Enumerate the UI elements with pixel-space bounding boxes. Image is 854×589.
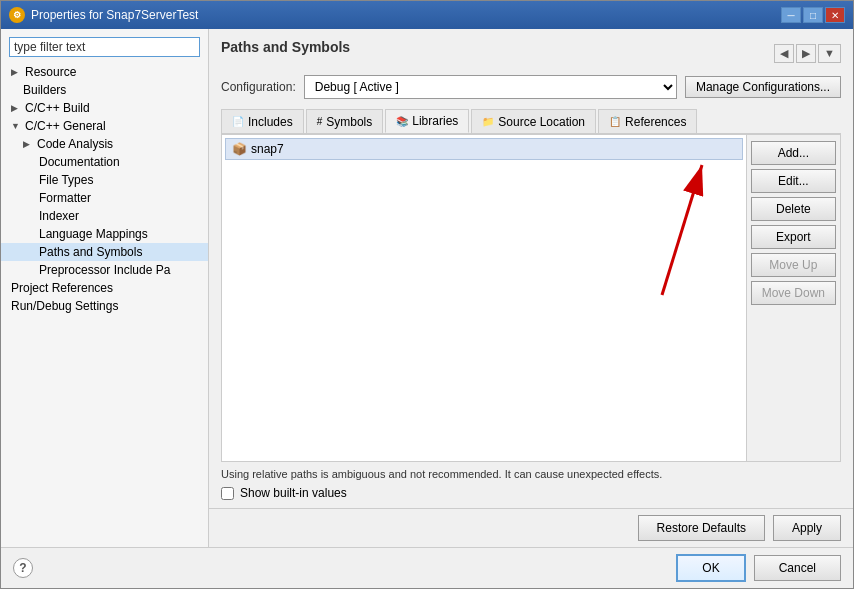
sidebar-item-preprocessor[interactable]: Preprocessor Include Pa (1, 261, 208, 279)
sidebar-item-label: File Types (39, 173, 93, 187)
tab-source-location-label: Source Location (498, 115, 585, 129)
nav-dropdown-button[interactable]: ▼ (818, 44, 841, 63)
sidebar-item-label: C/C++ General (25, 119, 106, 133)
source-location-tab-icon: 📁 (482, 116, 494, 127)
arrow-icon: ▶ (11, 103, 23, 113)
panel-title: Paths and Symbols (221, 39, 350, 59)
includes-tab-icon: 📄 (232, 116, 244, 127)
config-row: Configuration: Debug [ Active ] Release … (221, 75, 841, 99)
list-item[interactable]: 📦 snap7 (225, 138, 743, 160)
sidebar-item-resource[interactable]: ▶ Resource (1, 63, 208, 81)
sidebar-item-builders[interactable]: Builders (1, 81, 208, 99)
library-item-label: snap7 (251, 142, 284, 156)
bottom-bar: Restore Defaults Apply (209, 508, 853, 547)
delete-button[interactable]: Delete (751, 197, 836, 221)
show-builtin-checkbox[interactable] (221, 487, 234, 500)
sidebar-item-file-types[interactable]: File Types (1, 171, 208, 189)
content-area: 📦 snap7 Add... (221, 134, 841, 462)
main-content: ▶ Resource Builders ▶ C/C++ Build ▼ C/C+… (1, 29, 853, 547)
side-buttons-panel: Add... Edit... Delete Export Move Up Mov… (746, 135, 840, 461)
tab-symbols-label: Symbols (326, 115, 372, 129)
sidebar-item-language-mappings[interactable]: Language Mappings (1, 225, 208, 243)
maximize-button[interactable]: □ (803, 7, 823, 23)
edit-button[interactable]: Edit... (751, 169, 836, 193)
panel-content: Paths and Symbols ◀ ▶ ▼ Configuration: D… (209, 29, 853, 508)
title-bar-left: ⚙ Properties for Snap7ServerTest (9, 7, 198, 23)
tab-source-location[interactable]: 📁 Source Location (471, 109, 596, 133)
sidebar-item-indexer[interactable]: Indexer (1, 207, 208, 225)
libraries-list: 📦 snap7 (222, 135, 746, 461)
sidebar-item-run-debug[interactable]: Run/Debug Settings (1, 297, 208, 315)
arrow-icon: ▶ (23, 139, 35, 149)
sidebar-item-label: Formatter (39, 191, 91, 205)
sidebar-item-code-analysis[interactable]: ▶ Code Analysis (1, 135, 208, 153)
library-item-icon: 📦 (232, 142, 247, 156)
arrow-icon: ▼ (11, 121, 23, 131)
nav-back-button[interactable]: ◀ (774, 44, 794, 63)
sidebar-item-label: Paths and Symbols (39, 245, 142, 259)
properties-dialog: ⚙ Properties for Snap7ServerTest ─ □ ✕ ▶… (0, 0, 854, 589)
right-panel: Paths and Symbols ◀ ▶ ▼ Configuration: D… (209, 29, 853, 547)
manage-configurations-button[interactable]: Manage Configurations... (685, 76, 841, 98)
close-button[interactable]: ✕ (825, 7, 845, 23)
show-builtin-row: Show built-in values (221, 486, 841, 500)
footer-bar: ? OK Cancel (1, 547, 853, 588)
add-button[interactable]: Add... (751, 141, 836, 165)
show-builtin-label: Show built-in values (240, 486, 347, 500)
dialog-title: Properties for Snap7ServerTest (31, 8, 198, 22)
ok-button[interactable]: OK (676, 554, 745, 582)
move-up-button[interactable]: Move Up (751, 253, 836, 277)
info-text: Using relative paths is ambiguous and no… (221, 468, 841, 480)
move-down-button[interactable]: Move Down (751, 281, 836, 305)
sidebar-item-label: Indexer (39, 209, 79, 223)
sidebar-item-label: Language Mappings (39, 227, 148, 241)
apply-button[interactable]: Apply (773, 515, 841, 541)
sidebar-item-paths-symbols[interactable]: Paths and Symbols (1, 243, 208, 261)
tab-references-label: References (625, 115, 686, 129)
sidebar: ▶ Resource Builders ▶ C/C++ Build ▼ C/C+… (1, 29, 209, 547)
dialog-icon: ⚙ (9, 7, 25, 23)
sidebar-item-label: C/C++ Build (25, 101, 90, 115)
bottom-right-buttons: Restore Defaults Apply (638, 515, 841, 541)
sidebar-item-label: Project References (11, 281, 113, 295)
arrow-icon: ▶ (11, 67, 23, 77)
nav-fwd-button[interactable]: ▶ (796, 44, 816, 63)
tab-includes[interactable]: 📄 Includes (221, 109, 304, 133)
libraries-tab-icon: 📚 (396, 116, 408, 127)
tab-symbols[interactable]: # Symbols (306, 109, 384, 133)
tab-libraries-label: Libraries (412, 114, 458, 128)
tab-references[interactable]: 📋 References (598, 109, 697, 133)
cancel-button[interactable]: Cancel (754, 555, 841, 581)
nav-arrows: ◀ ▶ ▼ (774, 44, 841, 63)
restore-defaults-button[interactable]: Restore Defaults (638, 515, 765, 541)
tab-includes-label: Includes (248, 115, 293, 129)
sidebar-item-documentation[interactable]: Documentation (1, 153, 208, 171)
config-select[interactable]: Debug [ Active ] Release (304, 75, 677, 99)
sidebar-item-label: Builders (23, 83, 66, 97)
help-button[interactable]: ? (13, 558, 33, 578)
config-label: Configuration: (221, 80, 296, 94)
export-button[interactable]: Export (751, 225, 836, 249)
title-controls: ─ □ ✕ (781, 7, 845, 23)
sidebar-item-cpp-general[interactable]: ▼ C/C++ General (1, 117, 208, 135)
references-tab-icon: 📋 (609, 116, 621, 127)
sidebar-item-cpp-build[interactable]: ▶ C/C++ Build (1, 99, 208, 117)
sidebar-item-label: Code Analysis (37, 137, 113, 151)
tab-libraries[interactable]: 📚 Libraries (385, 109, 469, 133)
sidebar-item-project-references[interactable]: Project References (1, 279, 208, 297)
sidebar-item-label: Documentation (39, 155, 120, 169)
filter-input[interactable] (9, 37, 200, 57)
sidebar-item-formatter[interactable]: Formatter (1, 189, 208, 207)
sidebar-item-label: Run/Debug Settings (11, 299, 118, 313)
symbols-tab-icon: # (317, 116, 323, 127)
sidebar-item-label: Resource (25, 65, 76, 79)
minimize-button[interactable]: ─ (781, 7, 801, 23)
title-bar: ⚙ Properties for Snap7ServerTest ─ □ ✕ (1, 1, 853, 29)
tabs-bar: 📄 Includes # Symbols 📚 Libraries 📁 Sourc… (221, 109, 841, 134)
sidebar-item-label: Preprocessor Include Pa (39, 263, 170, 277)
